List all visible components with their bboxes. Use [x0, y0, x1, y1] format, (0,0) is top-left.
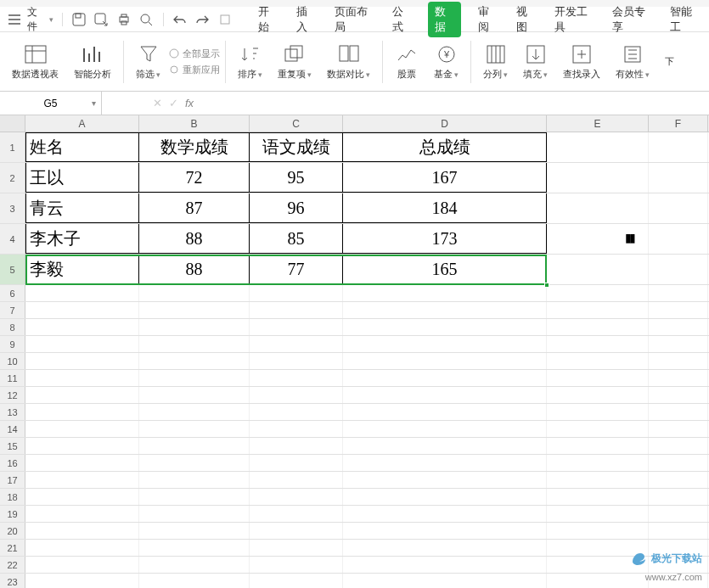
cell[interactable]: [649, 421, 708, 437]
cell[interactable]: [547, 438, 649, 454]
cell[interactable]: [343, 387, 547, 403]
compare-button[interactable]: 数据对比▾: [320, 32, 377, 91]
row-header[interactable]: 19: [0, 506, 25, 522]
col-header-F[interactable]: F: [649, 115, 708, 132]
cell[interactable]: [139, 421, 250, 437]
cell[interactable]: [547, 506, 649, 522]
cell[interactable]: [250, 523, 343, 539]
cell[interactable]: [343, 421, 547, 437]
cell[interactable]: 李木子: [25, 224, 139, 254]
row-header[interactable]: 18: [0, 489, 25, 505]
sort-button[interactable]: 排序▾: [231, 32, 269, 91]
cell[interactable]: 数学成绩: [139, 132, 250, 162]
cell[interactable]: [139, 370, 250, 386]
row-header[interactable]: 5: [0, 255, 25, 284]
row-header[interactable]: 23: [0, 574, 25, 588]
cell[interactable]: [649, 404, 708, 420]
cell[interactable]: [25, 574, 139, 588]
cell[interactable]: [25, 472, 139, 488]
cell[interactable]: [250, 574, 343, 588]
cell[interactable]: [139, 574, 250, 588]
cell[interactable]: [25, 557, 139, 573]
cell[interactable]: [139, 319, 250, 335]
row-header[interactable]: 2: [0, 163, 25, 193]
row-header[interactable]: 8: [0, 319, 25, 335]
cell[interactable]: [343, 285, 547, 301]
cell[interactable]: 88: [139, 224, 250, 254]
cell[interactable]: [547, 336, 649, 352]
validate-button[interactable]: 有效性▾: [609, 32, 656, 91]
cell[interactable]: [250, 302, 343, 318]
cell[interactable]: [649, 255, 708, 284]
row-header[interactable]: 14: [0, 421, 25, 437]
cell[interactable]: [649, 193, 708, 223]
cell[interactable]: [25, 455, 139, 471]
row-header[interactable]: 10: [0, 353, 25, 369]
row-header[interactable]: 12: [0, 387, 25, 403]
cell[interactable]: [649, 387, 708, 403]
cell[interactable]: [25, 285, 139, 301]
cell[interactable]: 88: [139, 255, 250, 284]
cell[interactable]: [547, 455, 649, 471]
row-header[interactable]: 11: [0, 370, 25, 386]
col-header-B[interactable]: B: [139, 115, 250, 132]
cell[interactable]: [343, 302, 547, 318]
cell[interactable]: [649, 455, 708, 471]
select-all-corner[interactable]: [0, 115, 25, 132]
cell[interactable]: [547, 302, 649, 318]
cell[interactable]: [139, 557, 250, 573]
cell[interactable]: [139, 353, 250, 369]
cell[interactable]: [343, 540, 547, 556]
cell[interactable]: [547, 224, 649, 254]
cell[interactable]: [649, 506, 708, 522]
cell[interactable]: [250, 370, 343, 386]
cell[interactable]: [25, 523, 139, 539]
cell[interactable]: [139, 302, 250, 318]
cell[interactable]: [250, 540, 343, 556]
cell[interactable]: [25, 489, 139, 505]
col-header-A[interactable]: A: [25, 115, 139, 132]
row-header[interactable]: 22: [0, 557, 25, 573]
cell[interactable]: [547, 319, 649, 335]
cell[interactable]: [649, 285, 708, 301]
row-header[interactable]: 7: [0, 302, 25, 318]
row-header[interactable]: 17: [0, 472, 25, 488]
row-header[interactable]: 6: [0, 285, 25, 301]
cell[interactable]: 语文成绩: [250, 132, 343, 162]
cell[interactable]: [343, 353, 547, 369]
row-header[interactable]: 4: [0, 224, 25, 254]
cell[interactable]: [343, 506, 547, 522]
cell[interactable]: [547, 523, 649, 539]
cell[interactable]: [139, 438, 250, 454]
file-menu[interactable]: 文件 ▾: [27, 5, 53, 34]
cell[interactable]: [343, 438, 547, 454]
cell[interactable]: [547, 404, 649, 420]
cell[interactable]: [547, 489, 649, 505]
row-header[interactable]: 21: [0, 540, 25, 556]
cell[interactable]: [139, 285, 250, 301]
row-header[interactable]: 13: [0, 404, 25, 420]
dedup-button[interactable]: 重复项▾: [271, 32, 318, 91]
cell[interactable]: [343, 472, 547, 488]
cell[interactable]: 96: [250, 193, 343, 223]
cell[interactable]: [250, 387, 343, 403]
cell[interactable]: [25, 302, 139, 318]
confirm-formula-icon[interactable]: ✓: [169, 97, 178, 109]
cell[interactable]: [25, 438, 139, 454]
cell[interactable]: 85: [250, 224, 343, 254]
lookup-button[interactable]: 查找录入: [556, 32, 607, 91]
save-as-icon[interactable]: [93, 11, 110, 28]
cell[interactable]: [250, 336, 343, 352]
cell[interactable]: [343, 336, 547, 352]
cell[interactable]: [139, 387, 250, 403]
cell[interactable]: [649, 132, 708, 162]
redo-icon[interactable]: [194, 11, 211, 28]
fx-icon[interactable]: fx: [185, 97, 194, 109]
cell[interactable]: [25, 404, 139, 420]
name-box[interactable]: ▾: [0, 92, 102, 115]
cell[interactable]: [25, 319, 139, 335]
cell[interactable]: [649, 319, 708, 335]
cell[interactable]: [343, 404, 547, 420]
cell[interactable]: [139, 336, 250, 352]
cell[interactable]: [649, 438, 708, 454]
